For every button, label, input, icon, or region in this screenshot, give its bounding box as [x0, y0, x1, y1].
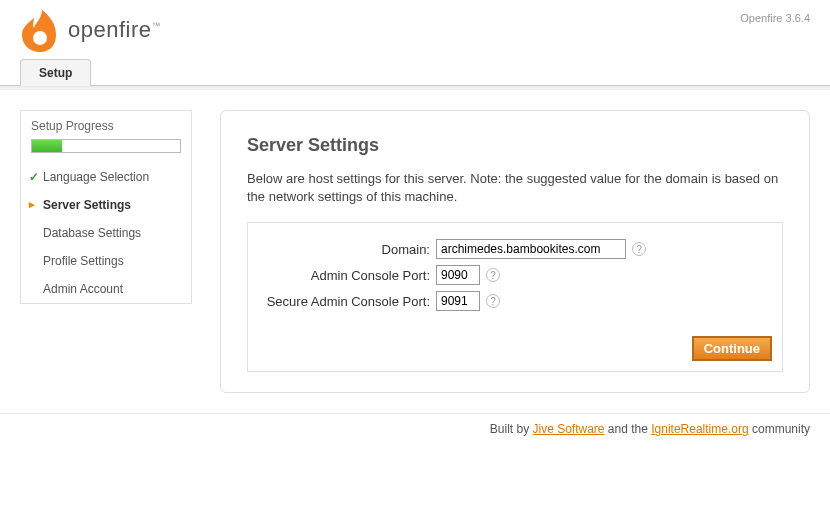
step-profile-settings[interactable]: Profile Settings — [21, 247, 191, 275]
step-language-selection[interactable]: Language Selection — [21, 163, 191, 191]
form-box: Domain: ? Admin Console Port: ? Secure A… — [247, 222, 783, 372]
step-admin-account[interactable]: Admin Account — [21, 275, 191, 303]
page-description: Below are host settings for this server.… — [247, 170, 783, 206]
page-title: Server Settings — [247, 135, 783, 156]
logo: openfire™ — [20, 8, 161, 52]
setup-progress-sidebar: Setup Progress Language Selection Server… — [20, 110, 192, 304]
main-panel: Server Settings Below are host settings … — [220, 110, 810, 393]
tab-bar: Setup — [0, 58, 830, 86]
svg-point-0 — [33, 31, 47, 45]
progress-bar — [31, 139, 181, 153]
sidebar-title: Setup Progress — [21, 110, 191, 139]
progress-bar-fill — [32, 140, 62, 152]
footer: Built by Jive Software and the IgniteRea… — [0, 413, 830, 450]
step-database-settings[interactable]: Database Settings — [21, 219, 191, 247]
secure-port-input[interactable] — [436, 291, 480, 311]
help-icon[interactable]: ? — [486, 268, 500, 282]
version-label: Openfire 3.6.4 — [740, 12, 810, 24]
admin-port-label: Admin Console Port: — [266, 268, 436, 283]
domain-label: Domain: — [266, 242, 436, 257]
secure-port-label: Secure Admin Console Port: — [266, 294, 436, 309]
openfire-flame-icon — [20, 8, 60, 52]
help-icon[interactable]: ? — [632, 242, 646, 256]
product-name: openfire™ — [68, 17, 161, 43]
tab-setup[interactable]: Setup — [20, 59, 91, 86]
footer-link-ignite[interactable]: IgniteRealtime.org — [651, 422, 748, 436]
help-icon[interactable]: ? — [486, 294, 500, 308]
step-server-settings[interactable]: Server Settings — [21, 191, 191, 219]
domain-input[interactable] — [436, 239, 626, 259]
continue-button[interactable]: Continue — [692, 336, 772, 361]
admin-port-input[interactable] — [436, 265, 480, 285]
footer-link-jive[interactable]: Jive Software — [533, 422, 605, 436]
